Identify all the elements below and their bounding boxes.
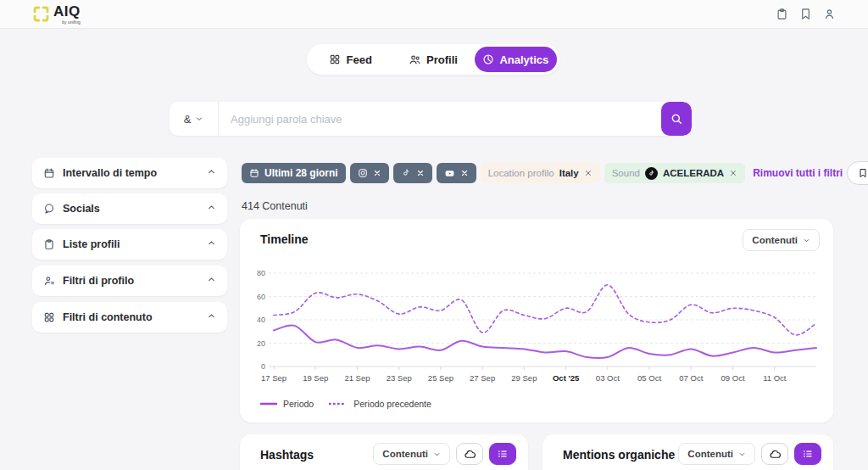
- svg-text:21 Sep: 21 Sep: [344, 373, 370, 383]
- instagram-icon: [358, 168, 368, 178]
- svg-text:09 Oct: 09 Oct: [721, 373, 745, 383]
- mentions-metric-value: Contenuti: [687, 449, 733, 459]
- logo-title: AIQ: [53, 4, 81, 19]
- grid-icon: [43, 311, 55, 323]
- clipboard-icon[interactable]: [776, 8, 788, 20]
- svg-text:25 Sep: 25 Sep: [428, 373, 453, 383]
- remove-sound-filter-icon[interactable]: [729, 169, 737, 177]
- mentions-cloud-view-button[interactable]: [761, 443, 788, 465]
- tab-analytics-label: Analytics: [499, 53, 548, 66]
- sidebar-item-label: Liste profili: [63, 238, 120, 250]
- svg-text:17 Sep: 17 Sep: [261, 373, 287, 383]
- tab-feed-label: Feed: [346, 53, 371, 66]
- timeline-legend: Periodo Periodo precedente: [260, 399, 431, 409]
- chevron-down-icon: [803, 237, 810, 244]
- sound-filter-chip: Sound ACELERADA: [604, 163, 745, 183]
- list-icon: [802, 448, 814, 460]
- timeline-panel: Timeline Contenuti 02040608017 Sep19 Sep…: [240, 219, 833, 422]
- list-icon: [497, 448, 509, 460]
- user-icon[interactable]: [823, 8, 836, 20]
- clipboard-icon: [43, 238, 55, 250]
- hashtags-list-view-button[interactable]: [489, 443, 516, 465]
- tiktok-icon: [401, 168, 411, 178]
- tiktok-sound-icon: [645, 167, 658, 180]
- main-tabs: Feed Profili Analytics: [307, 44, 559, 75]
- sidebar-item-liste-profili[interactable]: Liste profili: [32, 229, 227, 260]
- svg-text:Oct '25: Oct '25: [553, 373, 580, 383]
- search-icon: [670, 112, 683, 126]
- chevron-down-icon: [195, 115, 203, 123]
- sidebar-item-label: Filtri di profilo: [63, 275, 134, 287]
- youtube-icon: [444, 168, 455, 179]
- search-input[interactable]: [219, 102, 661, 136]
- chevron-up-icon: [207, 167, 216, 179]
- svg-text:07 Oct: 07 Oct: [679, 373, 703, 383]
- instagram-filter-chip: [350, 163, 389, 183]
- search-operator-value: &: [184, 113, 192, 126]
- top-bar: AIQ by unifing: [0, 0, 868, 29]
- hashtags-metric-dropdown[interactable]: Contenuti: [373, 443, 450, 465]
- mentions-panel: Mentions organiche Contenuti: [542, 434, 833, 470]
- sidebar-item-filtri-di-contenuto[interactable]: Filtri di contenuto: [32, 302, 227, 333]
- sidebar-item-socials[interactable]: Socials: [32, 193, 227, 224]
- clear-all-filters-link[interactable]: Rimuovi tutti i filtri: [753, 167, 843, 179]
- bookmark-icon: [858, 168, 868, 178]
- svg-text:0: 0: [261, 362, 265, 371]
- mentions-title: Mentions organiche: [563, 448, 675, 462]
- save-search-button[interactable]: Salva ricerca: [847, 161, 868, 185]
- mentions-metric-dropdown[interactable]: Contenuti: [678, 443, 755, 465]
- search-operator-dropdown[interactable]: &: [170, 102, 219, 136]
- solid-line-swatch: [260, 402, 277, 406]
- sound-filter-value: ACELERADA: [663, 168, 724, 178]
- remove-location-filter-icon[interactable]: [584, 169, 593, 177]
- keyword-search-bar: &: [170, 102, 692, 136]
- svg-text:11 Oct: 11 Oct: [763, 373, 787, 383]
- mentions-list-view-button[interactable]: [794, 443, 821, 465]
- location-filter-label: Location profilo: [488, 168, 554, 178]
- legend-item-periodo-precedente: Periodo precedente: [329, 399, 431, 409]
- tab-profili[interactable]: Profili: [392, 47, 474, 72]
- hashtags-cloud-view-button[interactable]: [456, 443, 483, 465]
- date-range-chip-label: Ultimi 28 giorni: [264, 167, 338, 179]
- chevron-up-icon: [207, 275, 216, 287]
- cloud-icon: [464, 448, 476, 461]
- timeline-metric-dropdown[interactable]: Contenuti: [743, 229, 820, 251]
- remove-youtube-filter-icon[interactable]: [460, 169, 469, 177]
- timeline-title: Timeline: [260, 232, 309, 246]
- sidebar-item-intervallo-di-tempo[interactable]: Intervallo di tempo: [32, 158, 227, 188]
- logo-subtitle: by unifing: [62, 20, 80, 25]
- logo-icon: [32, 5, 50, 23]
- svg-text:29 Sep: 29 Sep: [511, 373, 537, 383]
- sidebar-item-filtri-di-profilo[interactable]: Filtri di profilo: [32, 266, 227, 296]
- legend-item-periodo: Periodo: [260, 399, 314, 409]
- remove-instagram-filter-icon[interactable]: [373, 169, 381, 177]
- timeline-metric-value: Contenuti: [752, 235, 798, 245]
- svg-text:23 Sep: 23 Sep: [387, 373, 412, 383]
- legend-label: Periodo: [283, 399, 314, 409]
- results-count: 414 Contenuti: [242, 200, 308, 212]
- sidebar-item-label: Filtri di contenuto: [63, 311, 153, 323]
- calendar-icon: [249, 168, 259, 178]
- hashtags-metric-value: Contenuti: [382, 449, 428, 459]
- app-logo[interactable]: AIQ by unifing: [32, 4, 81, 25]
- bookmark-icon[interactable]: [799, 8, 812, 20]
- svg-text:19 Sep: 19 Sep: [303, 373, 328, 383]
- svg-text:27 Sep: 27 Sep: [470, 373, 495, 383]
- cloud-icon: [769, 448, 782, 461]
- sidebar-item-label: Intervallo di tempo: [63, 167, 157, 179]
- grid-icon: [329, 53, 341, 65]
- tab-analytics[interactable]: Analytics: [475, 47, 557, 72]
- tab-feed[interactable]: Feed: [309, 47, 392, 72]
- date-range-chip[interactable]: Ultimi 28 giorni: [242, 163, 346, 183]
- svg-text:60: 60: [257, 293, 265, 301]
- chevron-up-icon: [207, 238, 216, 250]
- tab-profili-label: Profili: [426, 53, 458, 66]
- search-button[interactable]: [661, 102, 692, 136]
- remove-tiktok-filter-icon[interactable]: [416, 169, 425, 177]
- dotted-line-swatch: [329, 402, 348, 406]
- active-filters-row: Ultimi 28 giorni Location profilo Italy …: [242, 161, 833, 185]
- youtube-filter-chip: [437, 163, 476, 183]
- svg-text:03 Oct: 03 Oct: [596, 373, 620, 383]
- hashtags-panel: Hashtags Contenuti: [240, 434, 528, 470]
- user-filter-icon: [43, 275, 55, 287]
